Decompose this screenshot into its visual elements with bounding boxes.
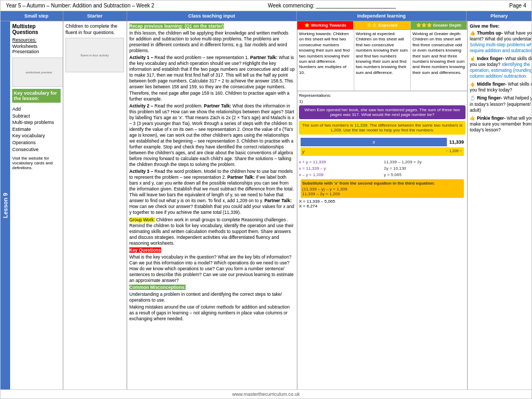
partner-talk-3: Partner Talk: [227,174,254,180]
page-wrapper: Year 5 – Autumn – Number: Addition and S… [0,0,532,399]
pinkie-label: Pinkie finger- [477,115,505,121]
gd-description: Working at Greater depth: Children on th… [412,31,466,76]
week-commencing: Week commencing: _______________________… [268,3,396,9]
misconceptions-label: Common Misconceptions: [129,285,186,290]
starter-text: Children to complete the fluent in four … [65,23,124,36]
key-vocab-box: Key vocabulary for the lesson: [12,89,61,103]
greater-depth-header: ⭐⭐⭐ Greater Depth [411,21,467,29]
vocab-consecutive: Consecutive [12,146,61,153]
act2-label: Activity 2 – [129,103,153,109]
vocab-estimate: Estimate [12,126,61,133]
index-emoji: ☝️ [470,56,477,61]
column-headers: Small step Starter Class teaching input … [1,11,531,21]
give-five-label: Give me five: [470,23,531,29]
misconceptions-text: Understanding a problem in context and i… [129,292,295,303]
sub-eq1: (11,339 – y) – y = 1,209 [302,187,462,192]
eq-left: x + y = 11,339 x = 11,339 – y x – y = 1,… [299,159,381,178]
resources-items: Worksheets Presentation [12,44,61,54]
act2-text: Read the word problem. [154,103,203,109]
bar-total-row: x 11,339 [301,138,464,146]
exp-description: Working at expected: Children on this sh… [356,31,409,76]
lesson-col-spacer [1,11,10,21]
equations-section: x + y = 11,339 x = 11,339 – y x – y = 1,… [299,159,466,178]
ind-top-section: Working towards: Children on this sheet … [297,30,467,91]
resource-presentation: Presentation [12,49,61,54]
teaching-intro: In this lesson, the children will be app… [129,30,295,54]
small-step-header: Small step [10,11,63,21]
eq-r3: y = 5,065 [384,172,466,178]
act3-label: Activity 3 – [129,169,153,174]
small-step-title: Multistep Questions [12,23,61,35]
eq-right: 11,339 – 1,209 = 2y 2y = 10,130 y = 5,06… [384,159,466,178]
rep-yellow-box: The sum of two numbers is 11,339. The di… [299,121,466,135]
page-title: Year 5 – Autumn – Number: Addition and S… [6,3,154,9]
starter-header: Starter [63,11,127,21]
rep-purple-box: When Esin opened her book, she saw two n… [299,105,466,119]
working-towards-header: ⭐ Working Towards [297,21,354,29]
footer-url: www.masterthecurriculum.co.uk [232,392,300,397]
eq-1: x + y = 11,339 [299,159,381,165]
working-towards-col: Working towards: Children on this sheet … [297,30,354,90]
recap-label: Recap previous learning: (Q1 on the star… [129,23,224,29]
eq-final2: X = 6,274 [299,204,335,209]
wt-star: ⭐ [304,23,310,28]
index-label: Index finger- [477,56,504,61]
greater-depth-col: Working at Greater depth: Children on th… [411,30,467,90]
bar-x-section: x [301,138,447,146]
plenary-header: Plenary [467,11,531,21]
teaching-column: Recap previous learning: (Q1 on the star… [127,21,297,389]
resource-worksheets: Worksheets [12,44,61,49]
sub-eq2: 11,339 – 2y = 1,209 [302,192,462,196]
act2-detail: What does the information in this proble… [129,103,294,167]
thumb-label: Thumbs up- [477,30,503,36]
pinkie-finger-item: 🤙 Pinkie finger- What will you make sure… [470,115,531,133]
visit-text: Visit the website for vocabulary cards a… [12,156,61,170]
thumb-emoji: 👍 [470,30,477,36]
wt-description: Working towards: Children on this sheet … [299,31,352,76]
partner-talk-4: Partner Talk: [264,198,292,203]
substitute-section: Substitute with 'x' from the second equa… [301,179,464,198]
vocab-key-vocab: Key vocabulary [12,132,61,139]
independent-header: Independent learning [297,11,467,21]
bar-y-row: y ←1,209→ [301,147,464,156]
expected-header: ⭐⭐ Expected [354,21,410,29]
worksheet-image: worksheet preview [12,57,63,87]
vocab-subtract: Subtract [12,113,61,120]
wt-label: Working Towards [311,23,346,28]
small-step-column: Multistep Questions Resources: Worksheet… [10,21,63,389]
rep-label: Representations: [299,93,466,98]
thumbs-up-item: 👍 Thumbs up- What have you learnt? What … [470,30,531,54]
gd-label: Greater Depth [433,23,461,28]
starter-image: fluent in four activity [65,38,124,72]
ind-full: ⭐ Working Towards ⭐⭐ Expected ⭐⭐⭐ Greate… [297,21,467,389]
eq-2: x = 11,339 – y [299,165,381,172]
vocab-operations: Operations [12,139,61,146]
eq-r1: 11,339 – 1,209 = 2y [384,159,466,165]
pinkie-emoji: 🤙 [470,115,477,121]
resources-label: Resources: [12,37,61,43]
page-footer: www.masterthecurriculum.co.uk [1,389,531,398]
bar-total-label: 11,339 [449,139,464,145]
group-work-label: Group Work: [129,217,155,222]
plenary-column: Give me five: 👍 Thumbs up- What have you… [468,21,531,389]
vocab-multistep: Multi-step problems [12,119,61,126]
ind-sub-headers: ⭐ Working Towards ⭐⭐ Expected ⭐⭐⭐ Greate… [297,21,467,30]
ring-finger-item: 💍 Ring finger- What helped you in today'… [470,95,531,113]
eq-final1: X = 11,339 – 5,065 [299,199,335,204]
middle-label: Middle finger- [477,81,506,87]
thumb-highlight: Solving multi-step problems which requir… [470,42,531,53]
act1-detail: What is the key vocabulary and which ope… [129,55,295,101]
main-content: Lesson 9 Multistep Questions Resources: … [1,21,531,389]
page-header: Year 5 – Autumn – Number: Addition and S… [1,1,531,11]
eq-r2: 2y = 10,130 [384,165,466,172]
teaching-text: Recap previous learning: (Q1 on the star… [129,23,295,322]
sub-title: Substitute with 'x' from the second equa… [302,181,462,186]
act1-text: Read the word problem – see representati… [154,55,249,60]
bar-y-section: y ←1,209→ [301,147,464,156]
gd-stars: ⭐⭐⭐ [416,23,432,28]
exp-label: Expected [378,23,397,28]
middle-finger-item: 🖕 Middle finger- What skills did you fin… [470,81,531,93]
vocab-list: Add Subtract Multi-step problems Estimat… [12,106,61,153]
middle-emoji: 🖕 [470,81,477,87]
independent-column: ⭐ Working Towards ⭐⭐ Expected ⭐⭐⭐ Greate… [297,21,468,389]
